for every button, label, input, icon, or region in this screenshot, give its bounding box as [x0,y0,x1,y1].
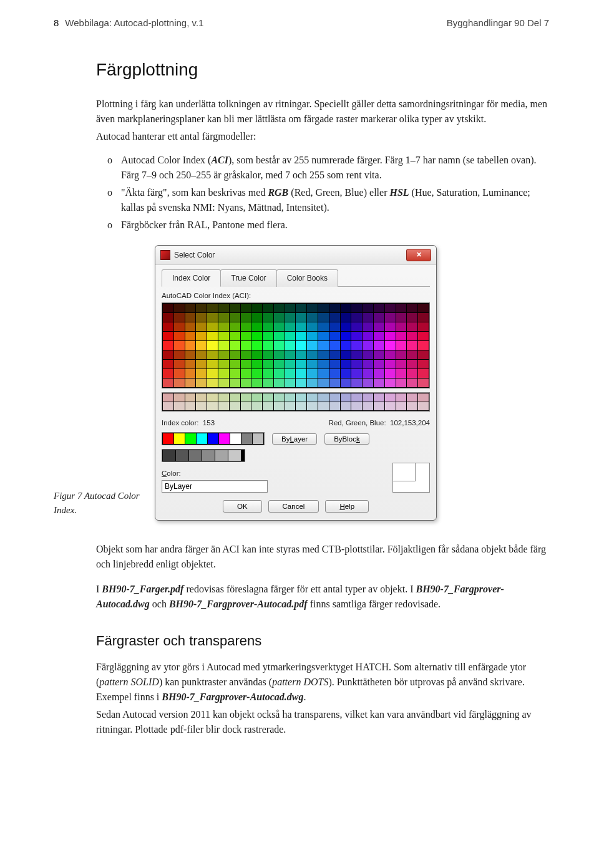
ok-button[interactable]: OK [223,500,262,513]
doc-title-right: Bygghandlingar 90 Del 7 [447,16,549,31]
page-header: 8 Webbilaga: Autocad-plottning, v.1 Bygg… [54,16,549,31]
bylayer-button[interactable]: ByLayer [272,433,317,445]
tab-color-books[interactable]: Color Books [276,269,338,287]
subsection-heading: Färgraster och transparens [54,630,549,651]
close-icon[interactable]: ✕ [406,249,431,261]
list-item: Autocad Color Index (ACI), som består av… [107,153,549,183]
tab-index-color[interactable]: Index Color [162,269,221,287]
select-color-dialog: Select Color ✕ Index Color True Color Co… [155,245,437,521]
tab-bar: Index Color True Color Color Books [162,269,430,287]
aci-tint-palette[interactable] [162,392,430,412]
index-color-readout: Index color: 153 [162,418,215,428]
paragraph: Sedan Autocad version 2011 kan objekt oc… [54,707,549,737]
aci-main-palette[interactable] [162,302,430,388]
section-heading: Färgplottning [54,57,549,83]
paragraph: I BH90-7_Farger.pdf redovisas föreslagna… [54,582,549,612]
cancel-button[interactable]: Cancel [268,500,319,513]
byblock-button[interactable]: ByBlock [324,433,369,445]
aci-label: AutoCAD Color Index (ACI): [162,291,430,301]
dialog-title: Select Color [174,249,215,261]
page-number: 8 [54,16,59,31]
doc-title-left: Webbilaga: Autocad-plottning, v.1 [65,16,203,31]
bullet-list: Autocad Color Index (ACI), som består av… [54,153,549,233]
color-preview [392,463,430,493]
paragraph: Plottning i färg kan underlätta tolkning… [54,97,549,127]
help-button[interactable]: Help [325,500,369,513]
tab-true-color[interactable]: True Color [220,269,276,287]
gray-row[interactable] [162,449,245,462]
app-icon [160,250,170,260]
list-item: Färgböcker från RAL, Pantone med flera. [107,218,549,233]
paragraph: Objekt som har andra färger än ACI kan i… [54,542,549,572]
paragraph: Autocad hanterar ett antal färgmodeller: [54,129,549,144]
figure-caption: Figur 7 Autocad Color Index. [54,489,155,521]
color-field-label: Color: [162,468,369,479]
color-input[interactable] [162,480,268,493]
standard-colors-row[interactable] [162,432,265,445]
list-item: "Äkta färg", som kan beskrivas med RGB (… [107,185,549,215]
rgb-readout: Red, Green, Blue: 102,153,204 [329,418,430,428]
dialog-titlebar: Select Color ✕ [155,246,436,265]
paragraph: Färgläggning av ytor görs i Autocad med … [54,660,549,705]
